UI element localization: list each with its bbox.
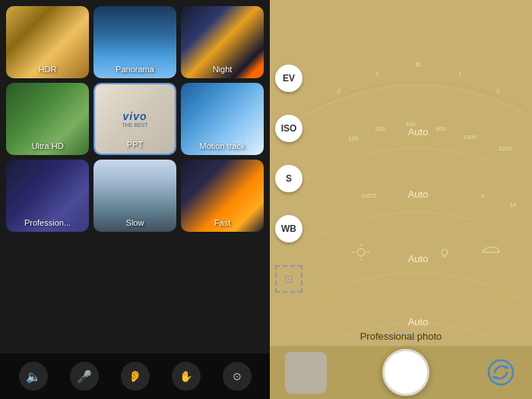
mode-professional[interactable]: Profession...: [6, 160, 89, 232]
svg-text:1/625: 1/625: [361, 192, 377, 199]
night-label: Night: [181, 65, 264, 74]
pro-photo-label: Professional photo: [270, 331, 532, 342]
right-panel: 0 -1 -2 1 2 Auto 100 200 400 800 1600 32…: [270, 0, 532, 399]
timer-button[interactable]: ⊙: [223, 362, 252, 391]
ev-label: EV: [283, 73, 295, 84]
thumbnail-preview[interactable]: [285, 352, 327, 394]
svg-text:0: 0: [416, 61, 420, 68]
mode-slow[interactable]: Slow: [93, 160, 176, 232]
vivo-sub: THE BEST: [122, 122, 147, 128]
iso-label: ISO: [281, 123, 297, 134]
timer-icon: ⊙: [233, 370, 242, 382]
wb-label: WB: [281, 223, 296, 234]
svg-text:3200: 3200: [499, 145, 512, 152]
ear-icon: 👂: [128, 370, 141, 382]
motion-label: Motion track: [181, 141, 264, 150]
mode-night[interactable]: Night: [181, 6, 264, 78]
s-label: S: [286, 173, 292, 184]
vivo-logo: vivo: [122, 110, 147, 122]
bottom-bar-left: 🔈 🎤 👂 ✋ ⊙: [0, 353, 270, 399]
iso-badge[interactable]: ISO: [275, 115, 302, 142]
svg-text:Auto: Auto: [408, 126, 429, 138]
dial-labels: EV ISO S WB ⊡: [270, 0, 308, 319]
svg-point-30: [489, 360, 513, 385]
hand-button[interactable]: ✋: [172, 362, 201, 391]
mode-grid: HDR Panorama Night Ultra HD vivo THE BES…: [0, 0, 270, 238]
hdr-label: HDR: [6, 65, 89, 74]
svg-text:2: 2: [496, 87, 500, 94]
hand-icon: ✋: [179, 370, 192, 382]
mic-button[interactable]: 🎤: [70, 362, 99, 391]
ev-badge[interactable]: EV: [275, 65, 302, 92]
svg-text:200: 200: [375, 125, 385, 132]
mic-icon: 🎤: [77, 369, 92, 384]
mode-panorama[interactable]: Panorama: [93, 6, 176, 78]
svg-text:800: 800: [435, 125, 446, 132]
mode-ppt[interactable]: vivo THE BEST PPT: [93, 83, 176, 155]
bottom-bar-right: [270, 346, 532, 399]
svg-text:Auto: Auto: [408, 253, 429, 264]
mode-hdr[interactable]: HDR: [6, 6, 89, 78]
svg-text:-1: -1: [373, 71, 379, 78]
svg-point-17: [357, 249, 365, 256]
svg-text:400: 400: [405, 121, 416, 128]
svg-text:1: 1: [458, 71, 462, 78]
mode-fast[interactable]: Fast: [181, 160, 264, 232]
slow-label: Slow: [93, 218, 176, 227]
svg-text:1600: 1600: [463, 134, 477, 141]
mode-motion[interactable]: Motion track: [181, 83, 264, 155]
left-panel: HDR Panorama Night Ultra HD vivo THE BES…: [0, 0, 270, 399]
fast-label: Fast: [181, 218, 264, 227]
svg-text:Auto: Auto: [408, 188, 429, 200]
volume-icon: 🔈: [26, 369, 41, 384]
svg-text:16: 16: [510, 201, 517, 208]
s-badge[interactable]: S: [275, 165, 302, 192]
volume-button[interactable]: 🔈: [19, 362, 48, 391]
ear-button[interactable]: 👂: [121, 362, 150, 391]
wb-badge[interactable]: WB: [275, 215, 302, 242]
focus-badge[interactable]: ⊡: [275, 265, 302, 293]
svg-text:Auto: Auto: [408, 316, 429, 328]
ultrahd-label: Ultra HD: [6, 141, 89, 150]
svg-text:100: 100: [348, 135, 359, 142]
svg-text:-2: -2: [335, 87, 341, 94]
mode-ultrahd[interactable]: Ultra HD: [6, 83, 89, 155]
ppt-label: PPT: [95, 140, 175, 149]
svg-point-22: [442, 249, 448, 255]
focus-icon: ⊡: [284, 273, 293, 285]
shutter-button[interactable]: [382, 349, 429, 396]
panorama-label: Panorama: [93, 65, 176, 74]
professional-label: Profession...: [6, 218, 89, 227]
flip-camera-button[interactable]: [485, 356, 517, 388]
svg-text:4: 4: [481, 192, 485, 199]
